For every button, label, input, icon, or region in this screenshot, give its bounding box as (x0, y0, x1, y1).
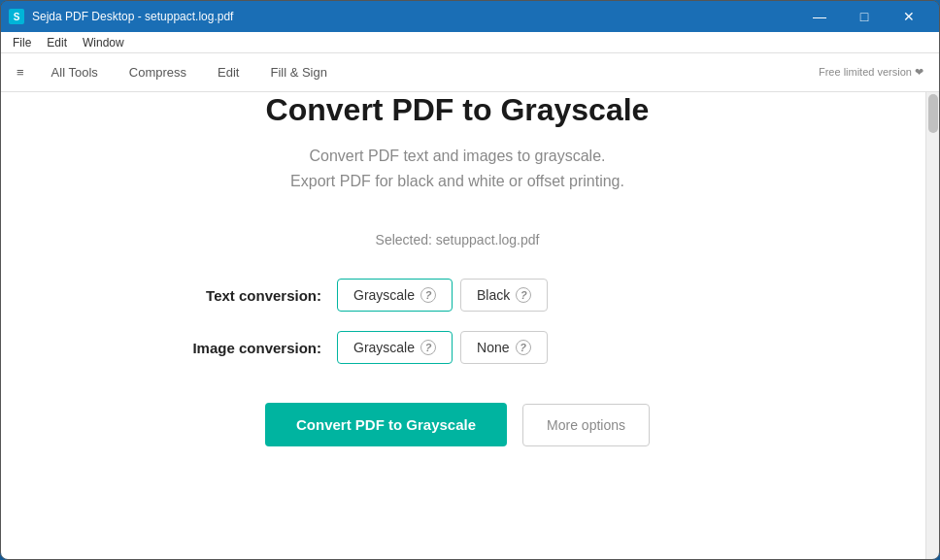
nav-bar: ≡ All Tools Compress Edit Fill & Sign Fr… (1, 53, 939, 92)
nav-fill-sign[interactable]: Fill & Sign (266, 61, 331, 83)
image-grayscale-button[interactable]: Grayscale ? (337, 331, 453, 364)
scroll-thumb[interactable] (928, 94, 938, 133)
app-window: S Sejda PDF Desktop - setuppact.log.pdf … (0, 0, 940, 560)
image-none-button[interactable]: None ? (460, 331, 547, 364)
hamburger-menu[interactable]: ≡ (17, 65, 24, 80)
image-none-help-icon[interactable]: ? (516, 340, 531, 355)
title-bar: S Sejda PDF Desktop - setuppact.log.pdf … (1, 1, 939, 32)
close-button[interactable]: ✕ (887, 1, 931, 32)
window-controls: — □ ✕ (797, 1, 931, 32)
text-black-button[interactable]: Black ? (460, 279, 548, 312)
text-grayscale-help-icon[interactable]: ? (420, 287, 436, 303)
image-grayscale-help-icon[interactable]: ? (420, 340, 436, 355)
text-black-help-icon[interactable]: ? (516, 287, 531, 303)
app-icon: S (9, 9, 24, 24)
image-conversion-row: Image conversion: Grayscale ? None ? (166, 331, 749, 364)
content-wrapper: Convert PDF to Grayscale Convert PDF tex… (1, 92, 914, 446)
selected-file: Selected: setuppact.log.pdf (376, 232, 540, 247)
text-conversion-buttons: Grayscale ? Black ? (337, 279, 548, 312)
subtitle-line2: Export PDF for black and white or offset… (290, 169, 624, 194)
main-scroll-container[interactable]: Convert PDF to Grayscale Convert PDF tex… (1, 92, 925, 559)
title-bar-left: S Sejda PDF Desktop - setuppact.log.pdf (9, 9, 233, 24)
nav-promo: Free limited version ❤ (819, 66, 923, 79)
more-options-button[interactable]: More options (522, 404, 650, 446)
image-conversion-label: Image conversion: (166, 340, 321, 356)
page-title: Convert PDF to Grayscale (266, 92, 650, 128)
menu-window[interactable]: Window (75, 34, 132, 51)
menu-file[interactable]: File (5, 34, 39, 51)
content-area: Convert PDF to Grayscale Convert PDF tex… (1, 92, 939, 559)
convert-button[interactable]: Convert PDF to Grayscale (265, 403, 507, 446)
actions: Convert PDF to Grayscale More options (265, 403, 650, 446)
nav-compress[interactable]: Compress (125, 61, 190, 83)
subtitle-line1: Convert PDF text and images to grayscale… (290, 144, 624, 169)
page-subtitle: Convert PDF text and images to grayscale… (290, 144, 624, 193)
text-conversion-row: Text conversion: Grayscale ? Black ? (166, 279, 749, 312)
nav-all-tools[interactable]: All Tools (48, 61, 102, 83)
text-conversion-label: Text conversion: (166, 287, 321, 304)
image-conversion-buttons: Grayscale ? None ? (337, 331, 548, 364)
maximize-button[interactable]: □ (842, 1, 887, 32)
window-title: Sejda PDF Desktop - setuppact.log.pdf (32, 10, 233, 23)
minimize-button[interactable]: — (797, 1, 842, 32)
menu-edit[interactable]: Edit (39, 34, 75, 51)
scrollbar[interactable] (925, 92, 939, 559)
menu-bar: File Edit Window (1, 32, 939, 53)
nav-edit[interactable]: Edit (214, 61, 243, 83)
text-grayscale-button[interactable]: Grayscale ? (337, 279, 453, 312)
options-table: Text conversion: Grayscale ? Black ? (166, 279, 749, 364)
